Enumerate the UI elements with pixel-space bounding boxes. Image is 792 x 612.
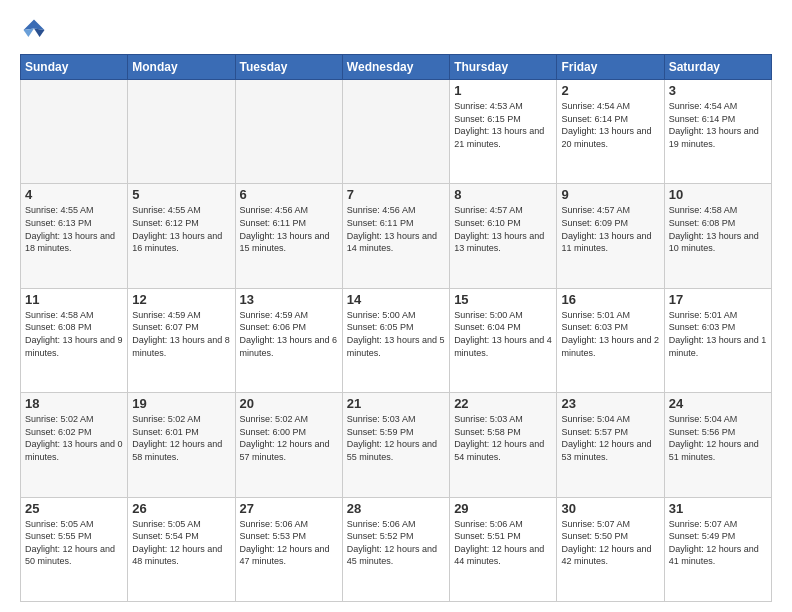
cell-info: Sunrise: 5:00 AMSunset: 6:05 PMDaylight:…: [347, 309, 445, 359]
page: SundayMondayTuesdayWednesdayThursdayFrid…: [0, 0, 792, 612]
day-number: 11: [25, 292, 123, 307]
cell-info: Sunrise: 5:04 AMSunset: 5:57 PMDaylight:…: [561, 413, 659, 463]
cell-info: Sunrise: 4:57 AMSunset: 6:09 PMDaylight:…: [561, 204, 659, 254]
svg-marker-0: [24, 20, 45, 31]
weekday-header-saturday: Saturday: [664, 55, 771, 80]
cell-info: Sunrise: 4:59 AMSunset: 6:06 PMDaylight:…: [240, 309, 338, 359]
calendar-cell: 26Sunrise: 5:05 AMSunset: 5:54 PMDayligh…: [128, 497, 235, 601]
calendar-cell: 9Sunrise: 4:57 AMSunset: 6:09 PMDaylight…: [557, 184, 664, 288]
day-number: 12: [132, 292, 230, 307]
calendar-cell: 27Sunrise: 5:06 AMSunset: 5:53 PMDayligh…: [235, 497, 342, 601]
weekday-header-tuesday: Tuesday: [235, 55, 342, 80]
day-number: 27: [240, 501, 338, 516]
calendar-cell: 24Sunrise: 5:04 AMSunset: 5:56 PMDayligh…: [664, 393, 771, 497]
day-number: 24: [669, 396, 767, 411]
calendar-cell: 28Sunrise: 5:06 AMSunset: 5:52 PMDayligh…: [342, 497, 449, 601]
cell-info: Sunrise: 4:58 AMSunset: 6:08 PMDaylight:…: [25, 309, 123, 359]
calendar-cell: 15Sunrise: 5:00 AMSunset: 6:04 PMDayligh…: [450, 288, 557, 392]
cell-info: Sunrise: 4:56 AMSunset: 6:11 PMDaylight:…: [240, 204, 338, 254]
weekday-header-friday: Friday: [557, 55, 664, 80]
calendar-cell: 16Sunrise: 5:01 AMSunset: 6:03 PMDayligh…: [557, 288, 664, 392]
cell-info: Sunrise: 4:54 AMSunset: 6:14 PMDaylight:…: [669, 100, 767, 150]
calendar-cell: 1Sunrise: 4:53 AMSunset: 6:15 PMDaylight…: [450, 80, 557, 184]
cell-info: Sunrise: 5:04 AMSunset: 5:56 PMDaylight:…: [669, 413, 767, 463]
calendar-cell: 13Sunrise: 4:59 AMSunset: 6:06 PMDayligh…: [235, 288, 342, 392]
cell-info: Sunrise: 5:02 AMSunset: 6:00 PMDaylight:…: [240, 413, 338, 463]
cell-info: Sunrise: 5:00 AMSunset: 6:04 PMDaylight:…: [454, 309, 552, 359]
calendar-cell: 23Sunrise: 5:04 AMSunset: 5:57 PMDayligh…: [557, 393, 664, 497]
cell-info: Sunrise: 4:55 AMSunset: 6:13 PMDaylight:…: [25, 204, 123, 254]
day-number: 10: [669, 187, 767, 202]
calendar-cell: [21, 80, 128, 184]
calendar-cell: 10Sunrise: 4:58 AMSunset: 6:08 PMDayligh…: [664, 184, 771, 288]
cell-info: Sunrise: 5:07 AMSunset: 5:49 PMDaylight:…: [669, 518, 767, 568]
calendar-cell: [128, 80, 235, 184]
cell-info: Sunrise: 4:53 AMSunset: 6:15 PMDaylight:…: [454, 100, 552, 150]
calendar-cell: 5Sunrise: 4:55 AMSunset: 6:12 PMDaylight…: [128, 184, 235, 288]
cell-info: Sunrise: 4:54 AMSunset: 6:14 PMDaylight:…: [561, 100, 659, 150]
day-number: 26: [132, 501, 230, 516]
day-number: 3: [669, 83, 767, 98]
weekday-header-wednesday: Wednesday: [342, 55, 449, 80]
day-number: 25: [25, 501, 123, 516]
calendar-cell: 11Sunrise: 4:58 AMSunset: 6:08 PMDayligh…: [21, 288, 128, 392]
day-number: 2: [561, 83, 659, 98]
day-number: 20: [240, 396, 338, 411]
calendar-cell: 19Sunrise: 5:02 AMSunset: 6:01 PMDayligh…: [128, 393, 235, 497]
calendar-cell: 29Sunrise: 5:06 AMSunset: 5:51 PMDayligh…: [450, 497, 557, 601]
weekday-header-thursday: Thursday: [450, 55, 557, 80]
day-number: 1: [454, 83, 552, 98]
svg-marker-2: [24, 29, 35, 37]
day-number: 28: [347, 501, 445, 516]
calendar-cell: 21Sunrise: 5:03 AMSunset: 5:59 PMDayligh…: [342, 393, 449, 497]
calendar-cell: 3Sunrise: 4:54 AMSunset: 6:14 PMDaylight…: [664, 80, 771, 184]
calendar-cell: 12Sunrise: 4:59 AMSunset: 6:07 PMDayligh…: [128, 288, 235, 392]
day-number: 30: [561, 501, 659, 516]
calendar-cell: 4Sunrise: 4:55 AMSunset: 6:13 PMDaylight…: [21, 184, 128, 288]
day-number: 31: [669, 501, 767, 516]
cell-info: Sunrise: 4:55 AMSunset: 6:12 PMDaylight:…: [132, 204, 230, 254]
calendar-cell: [235, 80, 342, 184]
day-number: 21: [347, 396, 445, 411]
day-number: 29: [454, 501, 552, 516]
cell-info: Sunrise: 4:57 AMSunset: 6:10 PMDaylight:…: [454, 204, 552, 254]
day-number: 5: [132, 187, 230, 202]
calendar-cell: 18Sunrise: 5:02 AMSunset: 6:02 PMDayligh…: [21, 393, 128, 497]
cell-info: Sunrise: 5:02 AMSunset: 6:01 PMDaylight:…: [132, 413, 230, 463]
svg-marker-1: [34, 29, 45, 37]
calendar-cell: 7Sunrise: 4:56 AMSunset: 6:11 PMDaylight…: [342, 184, 449, 288]
day-number: 19: [132, 396, 230, 411]
cell-info: Sunrise: 4:56 AMSunset: 6:11 PMDaylight:…: [347, 204, 445, 254]
header: [20, 16, 772, 44]
calendar-cell: 17Sunrise: 5:01 AMSunset: 6:03 PMDayligh…: [664, 288, 771, 392]
calendar-cell: [342, 80, 449, 184]
cell-info: Sunrise: 5:02 AMSunset: 6:02 PMDaylight:…: [25, 413, 123, 463]
weekday-header-monday: Monday: [128, 55, 235, 80]
day-number: 14: [347, 292, 445, 307]
cell-info: Sunrise: 5:06 AMSunset: 5:51 PMDaylight:…: [454, 518, 552, 568]
cell-info: Sunrise: 5:07 AMSunset: 5:50 PMDaylight:…: [561, 518, 659, 568]
cell-info: Sunrise: 5:01 AMSunset: 6:03 PMDaylight:…: [669, 309, 767, 359]
cell-info: Sunrise: 5:06 AMSunset: 5:53 PMDaylight:…: [240, 518, 338, 568]
day-number: 18: [25, 396, 123, 411]
day-number: 15: [454, 292, 552, 307]
cell-info: Sunrise: 5:01 AMSunset: 6:03 PMDaylight:…: [561, 309, 659, 359]
calendar-cell: 25Sunrise: 5:05 AMSunset: 5:55 PMDayligh…: [21, 497, 128, 601]
logo-icon: [20, 16, 48, 44]
logo: [20, 16, 52, 44]
cell-info: Sunrise: 5:03 AMSunset: 5:59 PMDaylight:…: [347, 413, 445, 463]
day-number: 7: [347, 187, 445, 202]
calendar-cell: 8Sunrise: 4:57 AMSunset: 6:10 PMDaylight…: [450, 184, 557, 288]
calendar-cell: 31Sunrise: 5:07 AMSunset: 5:49 PMDayligh…: [664, 497, 771, 601]
day-number: 8: [454, 187, 552, 202]
cell-info: Sunrise: 4:59 AMSunset: 6:07 PMDaylight:…: [132, 309, 230, 359]
calendar: SundayMondayTuesdayWednesdayThursdayFrid…: [20, 54, 772, 602]
day-number: 13: [240, 292, 338, 307]
calendar-cell: 20Sunrise: 5:02 AMSunset: 6:00 PMDayligh…: [235, 393, 342, 497]
day-number: 6: [240, 187, 338, 202]
calendar-cell: 22Sunrise: 5:03 AMSunset: 5:58 PMDayligh…: [450, 393, 557, 497]
cell-info: Sunrise: 4:58 AMSunset: 6:08 PMDaylight:…: [669, 204, 767, 254]
cell-info: Sunrise: 5:05 AMSunset: 5:54 PMDaylight:…: [132, 518, 230, 568]
day-number: 9: [561, 187, 659, 202]
day-number: 22: [454, 396, 552, 411]
